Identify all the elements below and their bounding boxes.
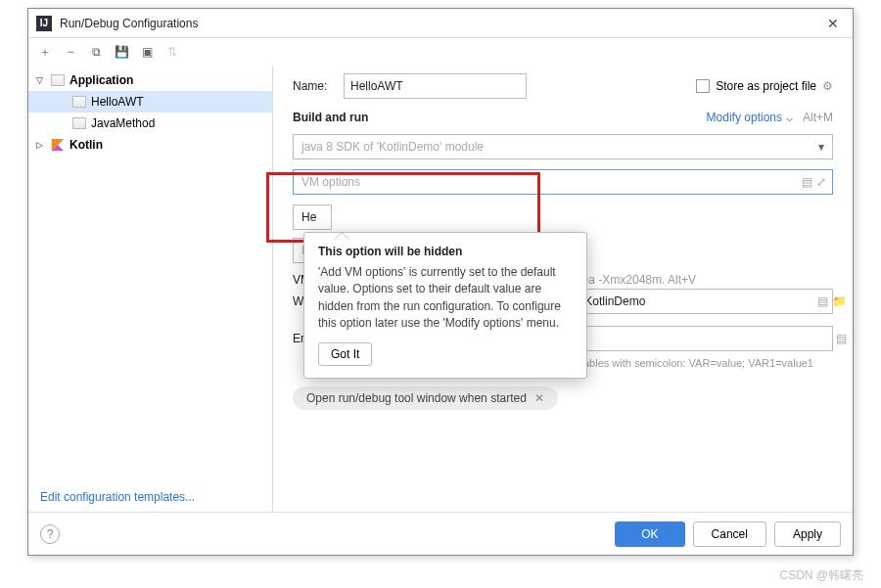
folder-move-icon[interactable]: ▣ (138, 43, 156, 61)
toolbar: ＋ − ⧉ 💾 ▣ ⇅ (28, 38, 853, 66)
application-icon (71, 95, 87, 109)
tree-label: Application (70, 73, 133, 87)
env-vars-input[interactable]: ▤ (569, 326, 833, 351)
popup-body: 'Add VM options' is currently set to the… (318, 264, 573, 333)
kotlin-icon (50, 138, 66, 152)
popup-title: This option will be hidden (318, 245, 573, 258)
modify-shortcut: Alt+M (803, 111, 833, 124)
hint-popup: This option will be hidden 'Add VM optio… (303, 232, 587, 379)
tree-label: JavaMethod (91, 116, 155, 130)
tree-label: HelloAWT (91, 95, 144, 109)
edit-templates-link[interactable]: Edit configuration templates... (40, 490, 195, 504)
chevron-right-icon: ▷ (36, 140, 50, 150)
name-label: Name: (293, 79, 344, 93)
name-input[interactable]: HelloAWT (344, 73, 527, 99)
vm-placeholder: VM options (301, 175, 360, 189)
chevron-down-icon: ▽ (36, 75, 50, 85)
close-icon[interactable]: ✕ (821, 12, 845, 35)
help-icon[interactable]: ? (40, 524, 60, 544)
app-logo-icon: IJ (36, 16, 52, 31)
dialog-title: Run/Debug Configurations (60, 17, 821, 30)
browse-icon[interactable]: 📁 (832, 294, 847, 308)
watermark: CSDN @韩曙亮 (779, 567, 863, 584)
list-icon[interactable]: ▤ (802, 175, 812, 189)
modify-options-link[interactable]: Modify options (707, 111, 782, 124)
tree-label: Kotlin (70, 138, 103, 152)
tree-item-helloawt[interactable]: HelloAWT (28, 91, 272, 113)
apply-button[interactable]: Apply (774, 521, 841, 547)
titlebar: IJ Run/Debug Configurations ✕ (28, 9, 853, 38)
cancel-button[interactable]: Cancel (693, 521, 766, 547)
tree-node-kotlin[interactable]: ▷ Kotlin (28, 134, 272, 156)
tree-node-application[interactable]: ▽ Application (28, 69, 272, 91)
list-icon[interactable]: ▤ (817, 294, 828, 308)
copy-icon[interactable]: ⧉ (87, 43, 105, 61)
name-value: HelloAWT (350, 79, 403, 93)
working-dir-input[interactable]: k\KotlinDemo ▤ 📁 (569, 289, 833, 314)
tree-item-javamethod[interactable]: JavaMethod (28, 113, 272, 134)
ok-button[interactable]: OK (615, 521, 684, 547)
got-it-button[interactable]: Got It (318, 342, 372, 366)
jdk-dropdown[interactable]: java 8 SDK of 'KotlinDemo' module ▾ (293, 134, 833, 159)
application-icon (50, 73, 66, 87)
chip-label: Open run/debug tool window when started (306, 391, 527, 405)
sort-icon[interactable]: ⇅ (163, 43, 181, 61)
jdk-text: java 8 SDK of 'KotlinDemo' module (301, 140, 484, 154)
gear-icon[interactable]: ⚙ (822, 79, 833, 93)
application-icon (71, 116, 87, 130)
config-tree: ▽ Application HelloAWT JavaMethod ▷ Kotl… (28, 66, 273, 512)
store-label: Store as project file (716, 79, 816, 93)
remove-icon[interactable]: − (62, 43, 79, 61)
store-checkbox[interactable] (696, 79, 710, 93)
expand-icon[interactable]: ⤢ (816, 175, 826, 189)
chevron-down-icon: ⌵ (786, 111, 793, 124)
build-run-heading: Build and run (293, 111, 707, 124)
vm-options-input[interactable]: VM options ▤ ⤢ (293, 169, 833, 195)
dialog-footer: ? OK Cancel Apply (28, 512, 853, 555)
main-class-input[interactable]: He (293, 204, 332, 230)
close-icon[interactable]: ✕ (534, 391, 544, 405)
add-icon[interactable]: ＋ (36, 43, 54, 61)
list-icon[interactable]: ▤ (836, 332, 847, 345)
dropdown-arrow-icon: ▾ (818, 140, 824, 154)
save-icon[interactable]: 💾 (113, 43, 130, 61)
open-tool-window-chip[interactable]: Open run/debug tool window when started … (293, 386, 558, 410)
main-class-prefix: He (301, 210, 316, 224)
